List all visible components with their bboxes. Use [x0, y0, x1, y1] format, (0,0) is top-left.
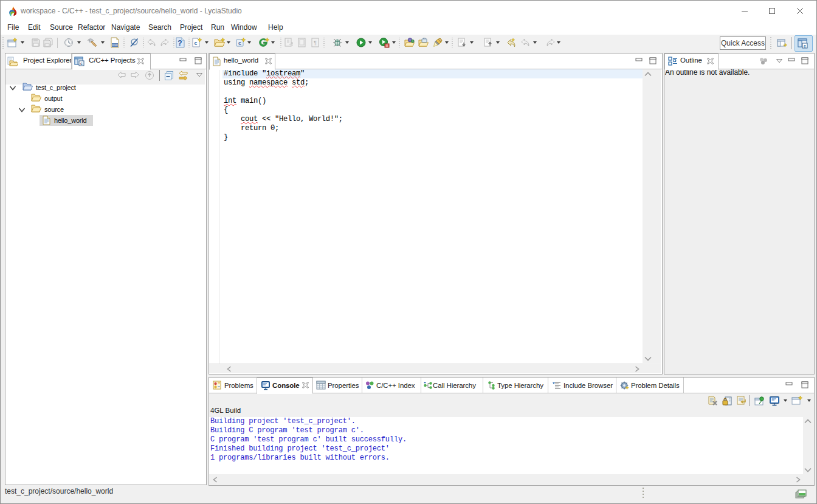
svg-text:c: c — [80, 61, 83, 66]
svg-text:?: ? — [178, 39, 182, 47]
svg-text:c: c — [238, 40, 241, 46]
svg-text:¶: ¶ — [314, 40, 317, 46]
svg-text:c: c — [804, 44, 806, 48]
svg-text:010: 010 — [112, 43, 117, 47]
svg-text:c: c — [194, 40, 197, 46]
